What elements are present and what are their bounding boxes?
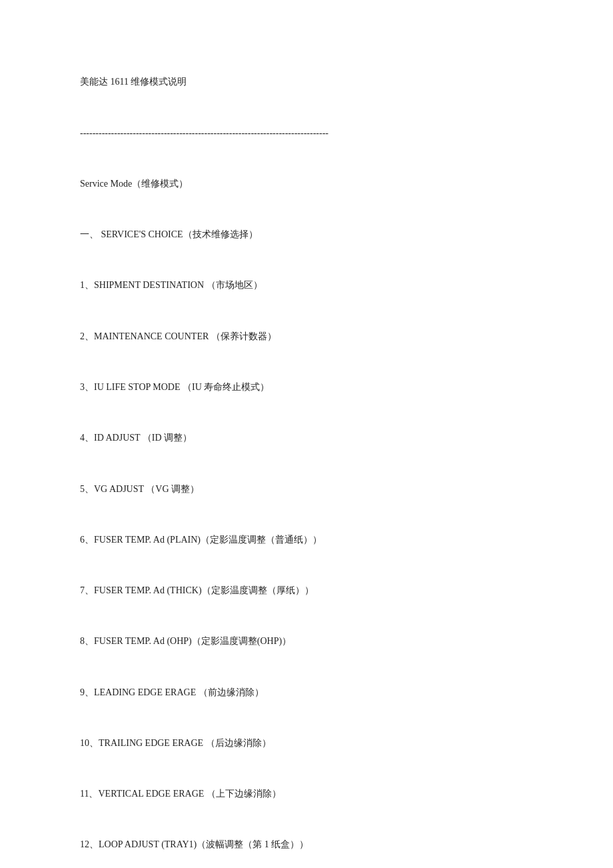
- item-1-3: 3、IU LIFE STOP MODE （IU 寿命终止模式）: [80, 379, 560, 396]
- item-1-7: 7、FUSER TEMP. Ad (THICK)（定影温度调整（厚纸））: [80, 582, 560, 599]
- document-title: 美能达 1611 维修模式说明: [80, 73, 560, 91]
- item-1-12: 12、LOOP ADJUST (TRAY1)（波幅调整（第 1 纸盒））: [80, 836, 560, 853]
- item-1-1: 1、SHIPMENT DESTINATION （市场地区）: [80, 277, 560, 294]
- divider-line: ----------------------------------------…: [80, 125, 560, 142]
- item-1-11: 11、VERTICAL EDGE ERAGE （上下边缘消除）: [80, 785, 560, 803]
- section1-header: 一、 SERVICE'S CHOICE（技术维修选择）: [80, 226, 560, 243]
- item-1-8: 8、FUSER TEMP. Ad (OHP)（定影温度调整(OHP)）: [80, 633, 560, 650]
- item-1-6: 6、FUSER TEMP. Ad (PLAIN)（定影温度调整（普通纸））: [80, 531, 560, 549]
- item-1-2: 2、MAINTENANCE COUNTER （保养计数器）: [80, 328, 560, 345]
- item-1-5: 5、VG ADJUST （VG 调整）: [80, 481, 560, 498]
- item-1-10: 10、TRAILING EDGE ERAGE （后边缘消除）: [80, 735, 560, 752]
- item-1-9: 9、LEADING EDGE ERAGE （前边缘消除）: [80, 684, 560, 701]
- service-mode-header: Service Mode（维修模式）: [80, 175, 560, 193]
- item-1-4: 4、ID ADJUST （ID 调整）: [80, 429, 560, 447]
- main-content: 美能达 1611 维修模式说明 ------------------------…: [80, 40, 560, 868]
